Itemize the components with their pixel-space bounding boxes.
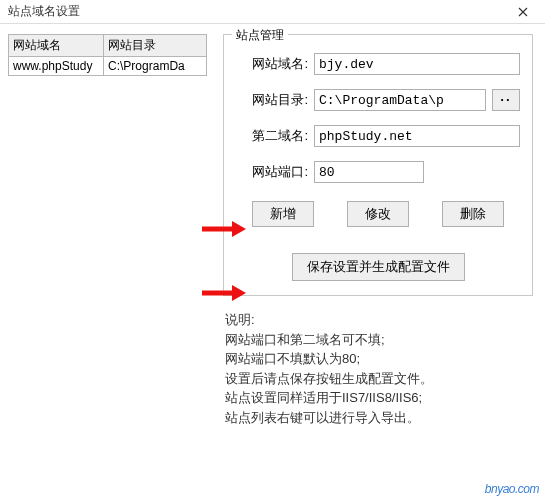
right-panel: 站点管理 网站域名: 网站目录: ·· 第二域名: 网站端口: 新增 修改 — [215, 24, 545, 500]
browse-button[interactable]: ·· — [492, 89, 520, 111]
watermark: bnyao.com — [485, 482, 539, 496]
save-row: 保存设置并生成配置文件 — [236, 253, 520, 281]
row-domain: 网站域名: — [236, 53, 520, 75]
col-dir[interactable]: 网站目录 — [104, 35, 207, 57]
row-second: 第二域名: — [236, 125, 520, 147]
action-buttons: 新增 修改 删除 — [236, 201, 520, 227]
table-row[interactable]: www.phpStudy C:\ProgramDa — [9, 57, 207, 76]
desc-line: 站点列表右键可以进行导入导出。 — [225, 408, 533, 428]
desc-line: 网站端口和第二域名可不填; — [225, 330, 533, 350]
desc-line: 网站端口不填默认为80; — [225, 349, 533, 369]
row-dir: 网站目录: ·· — [236, 89, 520, 111]
label-port: 网站端口: — [236, 163, 308, 181]
edit-button[interactable]: 修改 — [347, 201, 409, 227]
label-dir: 网站目录: — [236, 91, 308, 109]
add-button[interactable]: 新增 — [252, 201, 314, 227]
left-panel: 网站域名 网站目录 www.phpStudy C:\ProgramDa — [0, 24, 215, 500]
label-domain: 网站域名: — [236, 55, 308, 73]
content: 网站域名 网站目录 www.phpStudy C:\ProgramDa 站点管理… — [0, 24, 545, 500]
window-title: 站点域名设置 — [8, 3, 80, 20]
desc-line: 设置后请点保存按钮生成配置文件。 — [225, 369, 533, 389]
close-icon — [518, 7, 528, 17]
titlebar: 站点域名设置 — [0, 0, 545, 24]
desc-line: 站点设置同样适用于IIS7/IIS8/IIS6; — [225, 388, 533, 408]
close-button[interactable] — [503, 1, 543, 23]
cell-dir: C:\ProgramDa — [104, 57, 207, 76]
label-second: 第二域名: — [236, 127, 308, 145]
input-dir[interactable] — [314, 89, 486, 111]
col-domain[interactable]: 网站域名 — [9, 35, 104, 57]
cell-domain: www.phpStudy — [9, 57, 104, 76]
input-domain[interactable] — [314, 53, 520, 75]
group-title: 站点管理 — [232, 27, 288, 44]
description: 说明: 网站端口和第二域名可不填; 网站端口不填默认为80; 设置后请点保存按钮… — [223, 306, 533, 427]
save-button[interactable]: 保存设置并生成配置文件 — [292, 253, 465, 281]
input-port[interactable] — [314, 161, 424, 183]
delete-button[interactable]: 删除 — [442, 201, 504, 227]
row-port: 网站端口: — [236, 161, 520, 183]
site-table[interactable]: 网站域名 网站目录 www.phpStudy C:\ProgramDa — [8, 34, 207, 76]
site-group: 站点管理 网站域名: 网站目录: ·· 第二域名: 网站端口: 新增 修改 — [223, 34, 533, 296]
desc-title: 说明: — [225, 310, 533, 330]
input-second[interactable] — [314, 125, 520, 147]
